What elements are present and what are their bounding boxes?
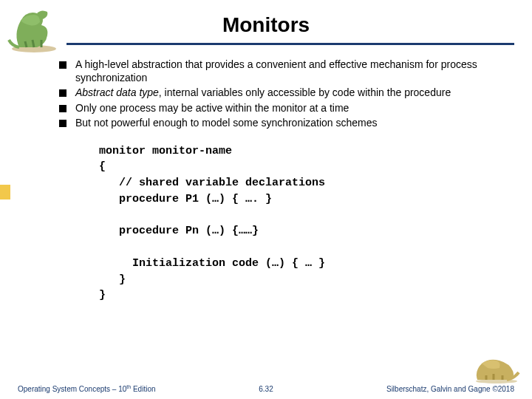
footer-copyright: Silberschatz, Galvin and Gagne ©2018 [386, 385, 514, 393]
bullet-list: A high-level abstraction that provides a… [59, 58, 502, 130]
footer-edition: Edition [131, 385, 155, 393]
dinosaur-top-icon [4, 4, 64, 55]
footer-left: Operating System Concepts – 10th Edition [18, 384, 156, 393]
slide-content: A high-level abstraction that provides a… [0, 45, 532, 304]
code-block: monitor monitor-name { // shared variabl… [99, 143, 502, 304]
footer-book: Operating System Concepts – 10 [18, 385, 126, 393]
slide-title: Monitors [0, 13, 532, 37]
bullet-text: A high-level abstraction that provides a… [75, 58, 477, 83]
bullet-text: But not powerful enough to model some sy… [75, 117, 378, 129]
title-underline [66, 43, 514, 45]
bullet-item: Abstract data type, internal variables o… [59, 86, 502, 100]
bullet-item: But not powerful enough to model some sy… [59, 117, 502, 130]
bullet-text: Only one process may be active within th… [75, 102, 349, 114]
bullet-item: A high-level abstraction that provides a… [59, 58, 502, 84]
accent-stripe [0, 185, 10, 200]
bullet-italic: Abstract data type [75, 86, 159, 98]
bullet-item: Only one process may be active within th… [59, 102, 502, 115]
footer-page-number: 6.32 [259, 385, 273, 393]
slide-footer: Operating System Concepts – 10th Edition… [0, 384, 532, 393]
dinosaur-bottom-icon [471, 353, 522, 384]
bullet-text: , internal variables only accessible by … [159, 86, 451, 98]
slide-header: Monitors [0, 0, 532, 45]
